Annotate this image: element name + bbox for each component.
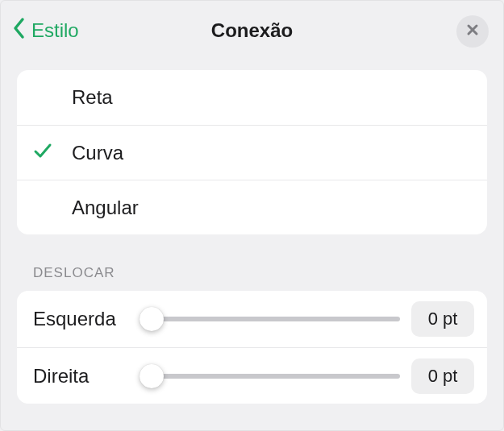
- panel-title: Conexão: [211, 19, 293, 42]
- option-label: Reta: [72, 86, 471, 109]
- line-type-option-curva[interactable]: Curva: [17, 125, 487, 180]
- offset-left-row: Esquerda 0 pt: [17, 291, 487, 347]
- offset-right-slider-wrap: [140, 374, 400, 379]
- offset-left-value[interactable]: 0 pt: [411, 301, 474, 337]
- offset-left-label: Esquerda: [33, 308, 128, 330]
- line-type-option-angular[interactable]: Angular: [17, 180, 487, 234]
- option-label: Curva: [72, 142, 471, 164]
- option-label: Angular: [72, 197, 471, 219]
- back-label: Estilo: [31, 19, 79, 42]
- checkmark-icon: [33, 141, 52, 165]
- line-type-option-reta[interactable]: Reta: [17, 70, 487, 125]
- connection-panel: Estilo Conexão Reta Curva Angular DESLOC: [0, 0, 504, 431]
- chevron-left-icon: [12, 17, 27, 44]
- offset-left-slider-wrap: [140, 317, 400, 321]
- offset-group: Esquerda 0 pt Direita 0 pt: [17, 291, 487, 404]
- check-slot: [33, 141, 72, 165]
- offset-right-value[interactable]: 0 pt: [411, 358, 474, 394]
- close-icon: [466, 23, 479, 39]
- offset-right-slider[interactable]: [140, 374, 400, 379]
- back-button[interactable]: Estilo: [12, 1, 79, 60]
- close-button[interactable]: [456, 15, 489, 48]
- offset-right-label: Direita: [33, 365, 128, 387]
- offset-section-header: DESLOCAR: [33, 265, 471, 281]
- offset-left-slider[interactable]: [140, 317, 400, 321]
- line-type-list: Reta Curva Angular: [17, 70, 487, 234]
- panel-header: Estilo Conexão: [1, 1, 503, 60]
- offset-right-row: Direita 0 pt: [17, 347, 487, 404]
